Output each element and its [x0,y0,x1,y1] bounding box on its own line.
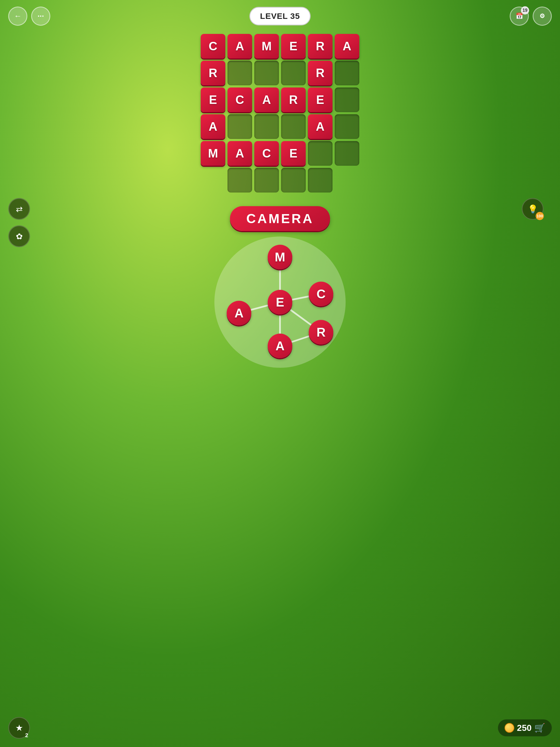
grid-cell [335,168,359,192]
grid-cell: E [308,87,332,112]
settings-icon: ⚙ [539,12,545,20]
hint-button[interactable]: 💡 100 [522,198,543,220]
calendar-badge: 19 [521,6,529,15]
grid-cell: C [228,87,252,112]
back-button[interactable]: ← [8,6,27,26]
grid-cell [254,114,279,139]
grid-cell: E [281,34,306,58]
grid-cell [335,61,359,85]
coin-icon [505,723,514,733]
grid-cell: E [201,87,225,112]
grid-cell: A [335,34,359,58]
top-left: ← ··· [8,6,50,26]
coins-bar: 250 🛒 [498,719,552,736]
shuffle-button[interactable]: ⇄ [8,198,30,220]
letter-wheel-section: MCRAAE [0,236,560,368]
calendar-icon: 📅 [516,12,523,20]
wheel-circle: MCRAAE [214,236,346,368]
grid-cell: A [308,114,332,139]
star-count: 2 [25,732,28,739]
grid-cell: M [254,34,279,58]
star-button[interactable]: ★ 2 [8,717,30,739]
grid-cell [335,114,359,139]
grid-cell [308,141,332,166]
level-badge: LEVEL 35 [249,7,311,25]
grid-cell [308,168,332,192]
grid-cell: R [281,87,306,112]
calendar-button[interactable]: 📅 19 [510,6,529,26]
wheel-letter-node[interactable]: C [309,282,333,306]
shuffle-icon: ⇄ [16,204,23,214]
grid-cell: E [281,141,306,166]
wheel-letter-node[interactable]: A [268,334,292,358]
coin-amount: 250 [517,723,532,733]
grid-cell [228,61,252,85]
grid-cell [335,87,359,112]
star-icon: ★ [15,723,23,733]
more-button[interactable]: ··· [31,6,50,26]
wheel-letter-node[interactable]: M [268,245,292,269]
grid-cell [254,168,279,192]
top-bar: ← ··· LEVEL 35 📅 19 ⚙ [0,0,560,28]
bottom-bar: ★ 2 250 🛒 [0,717,560,739]
grid-cell: R [308,61,332,85]
wheel-letter-node[interactable]: A [227,301,251,325]
hint-icon: 💡 [528,204,538,214]
top-right: 📅 19 ⚙ [510,6,552,26]
grid-cell [228,114,252,139]
grid-cell [201,168,225,192]
grid-cell: M [201,141,225,166]
grid-cell [335,141,359,166]
grid-cell: R [308,34,332,58]
grid-cell: A [228,141,252,166]
wheel-letter-node[interactable]: R [309,320,333,344]
current-word-display: CAMERA [230,206,330,231]
center-letter-node[interactable]: E [268,290,292,314]
grid-cell [281,168,306,192]
hint-cost: 100 [536,212,544,220]
grid-cell: A [254,87,279,112]
grid-cell [281,61,306,85]
word-grid: CAMERARRECAREAAMACE [201,34,359,192]
grid-cell [281,114,306,139]
grid-cell: C [201,34,225,58]
cart-button[interactable]: 🛒 [534,723,545,733]
middle-section: ⇄ ✿ CAMERA 💡 100 [0,198,560,231]
grid-cell: A [228,34,252,58]
grid-cell [254,61,279,85]
grid-cell: R [201,61,225,85]
settings-button[interactable]: ⚙ [533,6,552,26]
grid-cell [228,168,252,192]
grid-cell: A [201,114,225,139]
grid-cell: C [254,141,279,166]
